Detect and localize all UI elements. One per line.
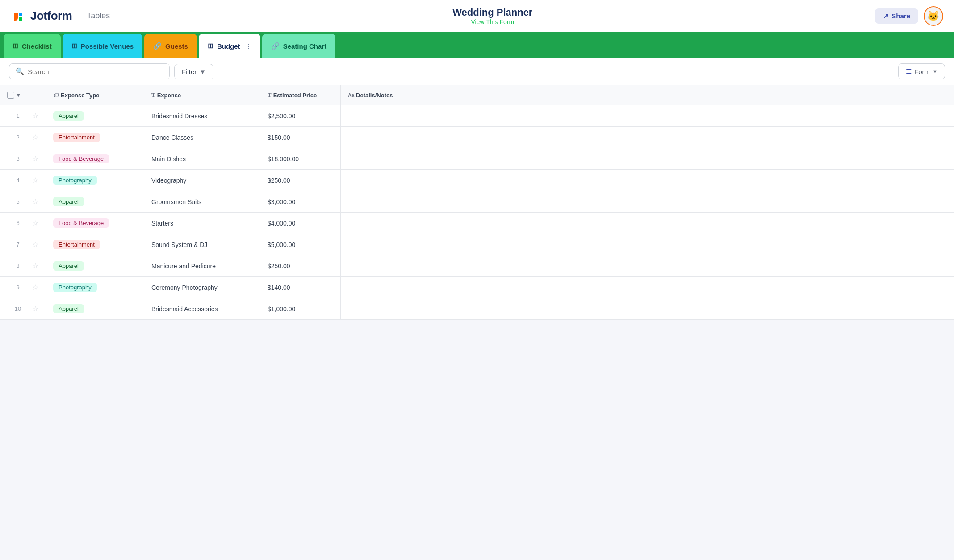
row-price: $140.00 <box>260 277 341 298</box>
star-icon[interactable]: ☆ <box>32 112 38 120</box>
possible-venues-tab-label: Possible Venues <box>81 42 134 50</box>
table-row: 6 ☆ Food & Beverage Starters $4,000.00 <box>0 213 954 234</box>
form-button[interactable]: ☰ Form ▼ <box>898 63 945 79</box>
expense-type-badge: Apparel <box>53 111 84 121</box>
tab-checklist[interactable]: ⊞ Checklist <box>4 34 61 58</box>
row-number: 9 <box>7 284 29 291</box>
seating-chart-tab-icon: 🔗 <box>271 42 280 50</box>
header-divider <box>79 8 80 24</box>
app-subtitle: View This Form <box>452 18 532 25</box>
th-notes-label: Details/Notes <box>356 92 393 99</box>
filter-icon: ▼ <box>199 68 206 75</box>
row-number: 4 <box>7 177 29 184</box>
row-number: 6 <box>7 220 29 226</box>
tab-guests[interactable]: 🔗 Guests <box>144 34 197 58</box>
th-check: ▾ <box>0 85 46 105</box>
table-row: 1 ☆ Apparel Bridesmaid Dresses $2,500.00 <box>0 105 954 127</box>
toolbar-right: ☰ Form ▼ <box>898 63 945 79</box>
header-left: Jotform Tables <box>11 8 110 24</box>
table-body: 1 ☆ Apparel Bridesmaid Dresses $2,500.00… <box>0 105 954 320</box>
row-expense-type: Food & Beverage <box>46 148 144 170</box>
table-row: 2 ☆ Entertainment Dance Classes $150.00 <box>0 127 954 148</box>
app-header: Jotform Tables Wedding Planner View This… <box>0 0 954 32</box>
row-notes <box>341 191 954 213</box>
tab-possible-venues[interactable]: ⊞ Possible Venues <box>63 34 142 58</box>
star-icon[interactable]: ☆ <box>32 197 38 206</box>
table-row: 3 ☆ Food & Beverage Main Dishes $18,000.… <box>0 148 954 170</box>
tables-label: Tables <box>87 11 110 21</box>
th-expense-type: 🏷 Expense Type <box>46 85 144 105</box>
row-notes <box>341 127 954 148</box>
row-check-area: 5 ☆ <box>0 191 46 213</box>
header-checkbox[interactable] <box>7 92 14 99</box>
expense-type-badge: Food & Beverage <box>53 218 109 228</box>
th-price-label: Estimated Price <box>273 92 317 99</box>
search-icon: 🔍 <box>16 67 24 75</box>
form-icon: ☰ <box>906 67 912 75</box>
filter-button[interactable]: Filter ▼ <box>174 64 213 79</box>
row-check-area: 10 ☆ <box>0 298 46 320</box>
row-notes <box>341 255 954 277</box>
star-icon[interactable]: ☆ <box>32 155 38 163</box>
row-notes <box>341 234 954 255</box>
star-icon[interactable]: ☆ <box>32 262 38 270</box>
table-row: 5 ☆ Apparel Groomsmen Suits $3,000.00 <box>0 191 954 213</box>
row-notes <box>341 148 954 170</box>
row-number: 10 <box>7 305 29 312</box>
row-expense-type: Apparel <box>46 191 144 213</box>
row-price: $18,000.00 <box>260 148 341 170</box>
star-icon[interactable]: ☆ <box>32 305 38 313</box>
search-input[interactable] <box>28 68 163 75</box>
row-number: 2 <box>7 134 29 141</box>
header-chevron-icon[interactable]: ▾ <box>17 92 20 98</box>
th-expense: T Expense <box>144 85 260 105</box>
row-expense-type: Entertainment <box>46 127 144 148</box>
row-expense: Bridesmaid Accessories <box>144 298 260 320</box>
app-title: Wedding Planner <box>452 7 532 18</box>
star-icon[interactable]: ☆ <box>32 240 38 249</box>
guests-tab-icon: 🔗 <box>153 42 162 50</box>
row-expense-type: Food & Beverage <box>46 213 144 234</box>
table-container: ▾ 🏷 Expense Type T Expense <box>0 85 954 320</box>
row-price: $1,000.00 <box>260 298 341 320</box>
row-notes <box>341 105 954 127</box>
expense-type-badge: Photography <box>53 283 97 292</box>
share-icon: ↗ <box>883 12 889 20</box>
th-price: T Estimated Price <box>260 85 341 105</box>
avatar-emoji: 🐱 <box>927 10 939 22</box>
star-icon[interactable]: ☆ <box>32 133 38 142</box>
row-price: $3,000.00 <box>260 191 341 213</box>
row-check-area: 4 ☆ <box>0 170 46 191</box>
star-icon[interactable]: ☆ <box>32 283 38 292</box>
expense-type-badge: Apparel <box>53 304 84 313</box>
budget-tab-icon: ⊞ <box>208 42 213 50</box>
row-expense: Main Dishes <box>144 148 260 170</box>
tabs-bar: ⊞ Checklist ⊞ Possible Venues 🔗 Guests ⊞… <box>0 32 954 58</box>
toolbar: 🔍 Filter ▼ ☰ Form ▼ <box>0 58 954 85</box>
tag-icon: 🏷 <box>53 92 59 99</box>
row-check-area: 3 ☆ <box>0 148 46 170</box>
row-expense-type: Photography <box>46 170 144 191</box>
table-row: 4 ☆ Photography Videography $250.00 <box>0 170 954 191</box>
avatar[interactable]: 🐱 <box>924 6 943 26</box>
star-icon[interactable]: ☆ <box>32 176 38 184</box>
row-number: 7 <box>7 241 29 248</box>
logo-text: Jotform <box>30 9 72 23</box>
seating-chart-tab-label: Seating Chart <box>283 42 327 50</box>
row-number: 1 <box>7 113 29 119</box>
tab-budget[interactable]: ⊞ Budget ⋮ <box>199 34 260 58</box>
row-expense-type: Entertainment <box>46 234 144 255</box>
possible-venues-tab-icon: ⊞ <box>71 42 77 50</box>
row-notes <box>341 298 954 320</box>
checklist-tab-icon: ⊞ <box>13 42 18 50</box>
star-icon[interactable]: ☆ <box>32 219 38 227</box>
table-row: 10 ☆ Apparel Bridesmaid Accessories $1,0… <box>0 298 954 320</box>
expense-type-badge: Entertainment <box>53 133 100 142</box>
row-number: 3 <box>7 155 29 162</box>
row-expense: Ceremony Photography <box>144 277 260 298</box>
row-expense-type: Apparel <box>46 298 144 320</box>
tab-seating-chart[interactable]: 🔗 Seating Chart <box>262 34 336 58</box>
row-price: $2,500.00 <box>260 105 341 127</box>
row-check-area: 2 ☆ <box>0 127 46 148</box>
share-button[interactable]: ↗ Share <box>875 8 918 24</box>
